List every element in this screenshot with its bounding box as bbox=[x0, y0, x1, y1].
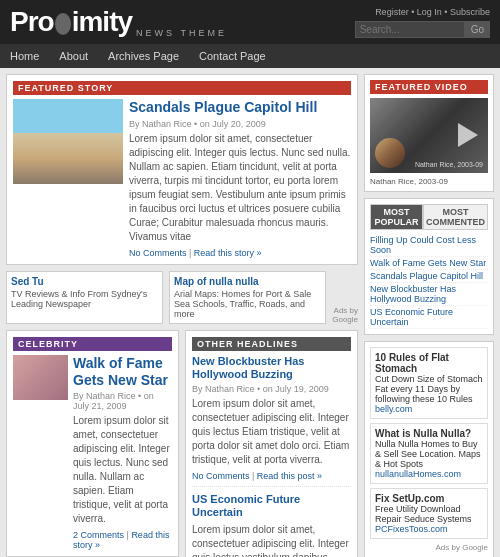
nav-home[interactable]: Home bbox=[0, 44, 49, 68]
video-watermark: Nathan Rice, 2003-09 bbox=[415, 161, 483, 168]
google-ads-text: Ads by Google bbox=[332, 306, 358, 324]
main-column: FEATURED STORY Scandals Plague Capitol H… bbox=[6, 74, 358, 557]
header-links[interactable]: Register • Log In • Subscribe bbox=[375, 7, 490, 17]
nav-archives[interactable]: Archives Page bbox=[98, 44, 189, 68]
sidebar-ad-2-text: Nulla Nulla Homes to Buy & Sell See Loca… bbox=[375, 439, 483, 469]
ad-2-title[interactable]: Map of nulla nulla bbox=[174, 276, 321, 287]
celebrity-content: Walk of Fame Gets New Star By Nathan Ric… bbox=[73, 355, 172, 551]
celebrity-headlines-row: CELEBRITY Walk of Fame Gets New Star By … bbox=[6, 330, 358, 557]
popular-item: US Economic Future Uncertain bbox=[370, 306, 488, 329]
sidebar-ads-section: 10 Rules of Flat Stomach Cut Down Size o… bbox=[364, 341, 494, 557]
news-theme-label: NEWS THEME bbox=[136, 28, 227, 38]
featured-label: FEATURED STORY bbox=[13, 81, 351, 95]
most-popular-tab[interactable]: MOST POPULAR bbox=[370, 204, 423, 230]
ad-box-2: Map of nulla nulla Arial Maps: Homes for… bbox=[169, 271, 326, 324]
oth-title-1: New Blockbuster Has Hollywood Buzzing bbox=[192, 355, 351, 381]
celebrity-image-placeholder bbox=[13, 355, 68, 400]
featured-story-section: FEATURED STORY Scandals Plague Capitol H… bbox=[6, 74, 358, 265]
popular-item: Filling Up Could Cost Less Soon bbox=[370, 234, 488, 257]
featured-video-label: FEATURED VIDEO bbox=[370, 80, 488, 94]
popular-section: MOST POPULAR MOST COMMENTED Filling Up C… bbox=[364, 198, 494, 335]
other-headlines-section: OTHER HEADLINES New Blockbuster Has Holl… bbox=[185, 330, 358, 557]
oth-title-2: US Economic Future Uncertain bbox=[192, 493, 351, 519]
search-input[interactable] bbox=[355, 21, 465, 38]
featured-comments-link[interactable]: No Comments bbox=[129, 248, 187, 258]
ad-box-1: Sed Tu TV Reviews & Info From Sydney's L… bbox=[6, 271, 163, 324]
sidebar-ad-1-link[interactable]: belly.com bbox=[375, 404, 412, 414]
celebrity-story: Walk of Fame Gets New Star By Nathan Ric… bbox=[13, 355, 172, 551]
oth-byline-1: By Nathan Rice • on July 19, 2009 bbox=[192, 384, 351, 394]
header-right: Register • Log In • Subscribe Go bbox=[355, 7, 490, 38]
sidebar-ad-2-link[interactable]: nullanullaHomes.com bbox=[375, 469, 461, 479]
celebrity-label: CELEBRITY bbox=[13, 337, 172, 351]
most-commented-tab[interactable]: MOST COMMENTED bbox=[423, 204, 488, 230]
right-col: OTHER HEADLINES New Blockbuster Has Holl… bbox=[185, 330, 358, 557]
featured-title-link[interactable]: Scandals Plague Capitol Hill bbox=[129, 99, 317, 115]
oth-links-1: No Comments | Read this post » bbox=[192, 471, 351, 481]
celebrity-image bbox=[13, 355, 68, 400]
featured-video-section: FEATURED VIDEO Nathan Rice, 2003-09 Nath… bbox=[364, 74, 494, 192]
featured-read-more-link[interactable]: Read this story » bbox=[194, 248, 262, 258]
popular-link-4[interactable]: US Economic Future Uncertain bbox=[370, 307, 453, 327]
featured-links: No Comments | Read this story » bbox=[129, 248, 351, 258]
logo-area: Proimity NEWS THEME bbox=[10, 6, 227, 38]
sidebar-ad-3: Fix SetUp.com Free Utility Download Repa… bbox=[370, 488, 488, 539]
ad-1-title[interactable]: Sed Tu bbox=[11, 276, 158, 287]
sidebar-ad-1-text: Cut Down Size of Stomach Fat every 11 Da… bbox=[375, 374, 483, 404]
site-header: Proimity NEWS THEME Register • Log In • … bbox=[0, 0, 500, 44]
popular-tabs: MOST POPULAR MOST COMMENTED bbox=[370, 204, 488, 230]
celebrity-comments-link[interactable]: 2 Comments bbox=[73, 530, 124, 540]
ad-2-desc: Arial Maps: Homes for Port & Sale Sea Sc… bbox=[174, 289, 321, 319]
popular-link-0[interactable]: Filling Up Could Cost Less Soon bbox=[370, 235, 476, 255]
oth-comments-1[interactable]: No Comments bbox=[192, 471, 250, 481]
sidebar-ad-2-title[interactable]: What is Nulla Nulla? bbox=[375, 428, 483, 439]
search-form[interactable]: Go bbox=[355, 21, 490, 38]
featured-story-inner: Scandals Plague Capitol Hill By Nathan R… bbox=[13, 99, 351, 258]
ads-google-label: Ads by Google bbox=[332, 306, 358, 324]
oth-story-2: US Economic Future Uncertain Lorem ipsum… bbox=[192, 493, 351, 557]
popular-item: Scandals Plague Capitol Hill bbox=[370, 270, 488, 283]
sidebar-ads-google-label: Ads by Google bbox=[370, 543, 488, 552]
celebrity-title: Walk of Fame Gets New Star bbox=[73, 355, 172, 389]
popular-item: New Blockbuster Has Hollywood Buzzing bbox=[370, 283, 488, 306]
oth-text-2: Lorem ipsum dolor sit amet, consectetuer… bbox=[192, 523, 351, 557]
celebrity-text: Lorem ipsum dolor sit amet, consectetuer… bbox=[73, 414, 172, 526]
content-wrap: FEATURED STORY Scandals Plague Capitol H… bbox=[0, 68, 500, 557]
popular-link-3[interactable]: New Blockbuster Has Hollywood Buzzing bbox=[370, 284, 456, 304]
featured-image bbox=[13, 99, 123, 184]
featured-text: Lorem ipsum dolor sit amet, consectetuer… bbox=[129, 132, 351, 244]
celebrity-byline: By Nathan Rice • on July 21, 2009 bbox=[73, 391, 172, 411]
oth-readmore-1[interactable]: Read this post » bbox=[257, 471, 322, 481]
sidebar-ad-3-title[interactable]: Fix SetUp.com bbox=[375, 493, 483, 504]
other-headlines-label: OTHER HEADLINES bbox=[192, 337, 351, 351]
popular-item: Walk of Fame Gets New Star bbox=[370, 257, 488, 270]
left-col: CELEBRITY Walk of Fame Gets New Star By … bbox=[6, 330, 179, 557]
oth-title-link-2[interactable]: US Economic Future Uncertain bbox=[192, 493, 300, 518]
logo-wrap: Proimity bbox=[10, 6, 132, 38]
sidebar-ad-1-title[interactable]: 10 Rules of Flat Stomach bbox=[375, 352, 483, 374]
sidebar-ad-2: What is Nulla Nulla? Nulla Nulla Homes t… bbox=[370, 423, 488, 484]
site-logo[interactable]: Proimity bbox=[10, 6, 132, 38]
video-placeholder: Nathan Rice, 2003-09 bbox=[370, 98, 488, 173]
search-button[interactable]: Go bbox=[465, 21, 490, 38]
sidebar: FEATURED VIDEO Nathan Rice, 2003-09 Nath… bbox=[364, 74, 494, 557]
play-button-icon[interactable] bbox=[458, 123, 478, 147]
featured-byline: By Nathan Rice • on July 20, 2009 bbox=[129, 119, 351, 129]
celebrity-links: 2 Comments | Read this story » bbox=[73, 530, 172, 550]
celebrity-title-link[interactable]: Walk of Fame Gets New Star bbox=[73, 355, 168, 388]
oth-text-1: Lorem ipsum dolor sit amet, consectetuer… bbox=[192, 397, 351, 467]
popular-link-1[interactable]: Walk of Fame Gets New Star bbox=[370, 258, 486, 268]
featured-title: Scandals Plague Capitol Hill bbox=[129, 99, 351, 116]
popular-list: Filling Up Could Cost Less Soon Walk of … bbox=[370, 234, 488, 329]
popular-link-2[interactable]: Scandals Plague Capitol Hill bbox=[370, 271, 483, 281]
oth-title-link-1[interactable]: New Blockbuster Has Hollywood Buzzing bbox=[192, 355, 304, 380]
sidebar-ad-1: 10 Rules of Flat Stomach Cut Down Size o… bbox=[370, 347, 488, 419]
nav-contact[interactable]: Contact Page bbox=[189, 44, 276, 68]
oth-story-1: New Blockbuster Has Hollywood Buzzing By… bbox=[192, 355, 351, 487]
ads-row: Sed Tu TV Reviews & Info From Sydney's L… bbox=[6, 271, 358, 324]
nav-about[interactable]: About bbox=[49, 44, 98, 68]
main-nav: Home About Archives Page Contact Page bbox=[0, 44, 500, 68]
sidebar-ad-3-text: Free Utility Download Repair Seduce Syst… bbox=[375, 504, 483, 524]
sidebar-ad-3-link[interactable]: PCFixesToos.com bbox=[375, 524, 448, 534]
video-caption: Nathan Rice, 2003-09 bbox=[370, 177, 488, 186]
